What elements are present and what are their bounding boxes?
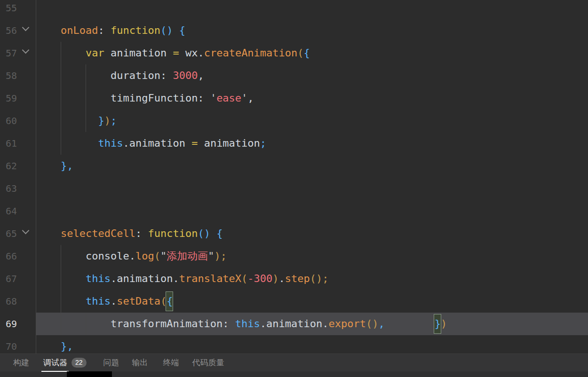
line-number: 70 — [0, 335, 17, 353]
line-number: 63 — [0, 177, 17, 200]
line-number: 58 — [0, 64, 17, 87]
tab-output[interactable]: 输出 — [132, 357, 148, 368]
code-row — [0, 0, 588, 19]
code-row: var animation = wx.createAnimation({ — [0, 42, 588, 64]
line-number: 67 — [0, 267, 17, 290]
gutter-line-61: 61 — [0, 132, 36, 155]
code-line-65[interactable]: selectedCell: function() { — [0, 222, 588, 245]
tab-code-quality[interactable]: 代码质量 — [192, 357, 224, 368]
gutter-line-62: 62 — [0, 155, 36, 177]
code-line-58[interactable]: duration: 3000, — [0, 64, 588, 87]
gutter-line-66: 66 — [0, 245, 36, 267]
gutter-line-55: 55 — [0, 0, 36, 19]
code-row: this.setData({ — [0, 290, 588, 313]
line-number: 55 — [0, 0, 17, 19]
code-line-67[interactable]: this.animation.translateX(-300).step(); — [0, 267, 588, 290]
gutter-line-63: 63 — [0, 177, 36, 200]
code-line-57[interactable]: var animation = wx.createAnimation({ — [0, 42, 588, 64]
bracket-match-highlight: { — [167, 295, 173, 307]
indent-guide — [86, 313, 86, 335]
code-line-61[interactable]: this.animation = animation; — [0, 132, 588, 155]
line-number: 57 — [0, 42, 17, 64]
tab-debugger[interactable]: 调试器 — [43, 357, 67, 368]
code-row — [0, 177, 588, 200]
code-row: duration: 3000, — [0, 64, 588, 87]
gutter-line-60: 60 — [0, 110, 36, 132]
gutter-line-70: 70 — [0, 335, 36, 353]
line-number: 60 — [0, 110, 17, 132]
code-line-62[interactable]: }, — [0, 155, 588, 177]
redaction-box — [67, 371, 112, 377]
line-number: 56 — [0, 19, 17, 42]
gutter-line-59: 59 — [0, 87, 36, 110]
code-row: onLoad: function() { — [0, 19, 588, 42]
line-number: 62 — [0, 155, 17, 177]
active-line-row: transformAnimation: this.animation.expor… — [0, 313, 588, 335]
tab-problems[interactable]: 问题 — [103, 357, 119, 368]
line-number: 65 — [0, 222, 17, 245]
indent-guide — [86, 64, 86, 132]
gutter-line-57: 57 — [0, 42, 36, 64]
line-number: 61 — [0, 132, 17, 155]
tab-build[interactable]: 构建 — [13, 357, 29, 368]
code-line-68[interactable]: this.setData({ — [0, 290, 588, 313]
gutter-line-64: 64 — [0, 200, 36, 222]
code-row: }); — [0, 110, 588, 132]
code-line-59[interactable]: timingFunction: 'ease', — [0, 87, 588, 110]
code-row — [0, 200, 588, 222]
code-line-66[interactable]: console.log("添加动画"); — [0, 245, 588, 267]
indent-guide — [36, 0, 36, 353]
code-row: timingFunction: 'ease', — [0, 87, 588, 110]
line-number: 68 — [0, 290, 17, 313]
code-line-69[interactable]: transformAnimation: this.animation.expor… — [0, 313, 588, 335]
bottom-panel: 构建 调试器 22 问题 输出 终端 代码质量 — [0, 353, 588, 377]
gutter-line-67: 67 — [0, 267, 36, 290]
panel-tabs: 构建 调试器 22 问题 输出 终端 代码质量 — [0, 354, 588, 371]
gutter-line-58: 58 — [0, 64, 36, 87]
active-tab-underline — [41, 371, 69, 372]
code-editor[interactable]: onLoad: function() { var animation = wx.… — [0, 0, 588, 353]
code-row: }, — [0, 335, 588, 353]
code-row: this.animation.translateX(-300).step(); — [0, 267, 588, 290]
debugger-count-badge: 22 — [72, 358, 87, 368]
code-row: console.log("添加动画"); — [0, 245, 588, 267]
line-number: 59 — [0, 87, 17, 110]
line-number: 66 — [0, 245, 17, 267]
bracket-match-highlight: } — [435, 318, 441, 330]
line-number: 64 — [0, 200, 17, 222]
gutter: 55565758596061626364656667686970 — [0, 0, 36, 353]
tab-terminal[interactable]: 终端 — [163, 357, 179, 368]
chevron-down-icon[interactable] — [22, 47, 30, 54]
code-rows: onLoad: function() { var animation = wx.… — [0, 0, 588, 353]
gutter-line-56: 56 — [0, 19, 36, 42]
indent-guide — [61, 42, 61, 155]
gutter-line-65: 65 — [0, 222, 36, 245]
code-line-56[interactable]: onLoad: function() { — [0, 19, 588, 42]
code-line-60[interactable]: }); — [0, 110, 588, 132]
code-row: this.animation = animation; — [0, 132, 588, 155]
code-row: selectedCell: function() { — [0, 222, 588, 245]
code-line-70[interactable]: }, — [0, 335, 588, 353]
panel-strip — [0, 371, 588, 377]
gutter-line-69: 69 — [0, 313, 36, 335]
code-row: }, — [0, 155, 588, 177]
chevron-down-icon[interactable] — [22, 227, 30, 235]
indent-guide — [61, 245, 61, 335]
line-number: 69 — [0, 313, 17, 335]
chevron-down-icon[interactable] — [22, 24, 30, 31]
gutter-line-68: 68 — [0, 290, 36, 313]
